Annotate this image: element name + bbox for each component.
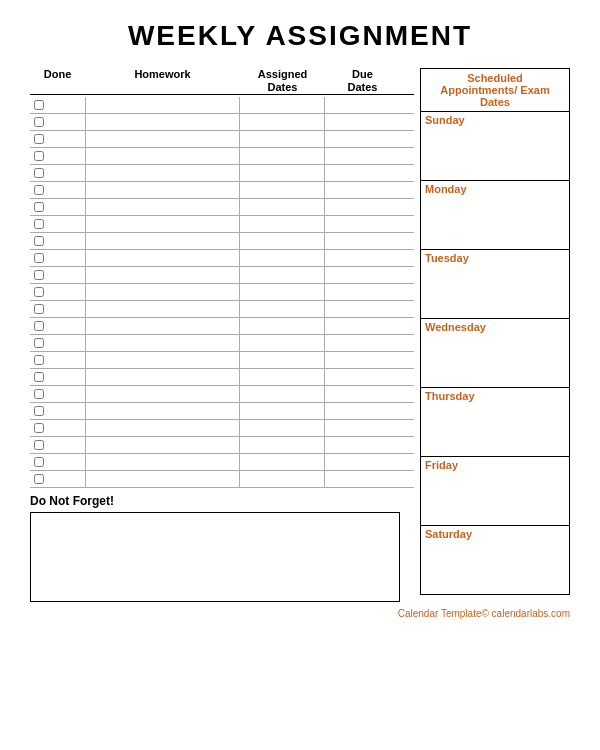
done-checkbox[interactable] [34,389,44,399]
done-checkbox[interactable] [34,355,44,365]
day-label: Friday [421,457,569,473]
header-assigned: AssignedDates [240,68,325,94]
table-row [30,318,414,335]
table-row [30,386,414,403]
table-row [30,471,414,488]
day-label: Thursday [421,388,569,404]
day-label: Tuesday [421,250,569,266]
day-label: Wednesday [421,319,569,335]
done-checkbox[interactable] [34,304,44,314]
done-checkbox[interactable] [34,372,44,382]
table-row [30,369,414,386]
table-row [30,301,414,318]
done-checkbox[interactable] [34,321,44,331]
header-homework: Homework [85,68,240,94]
done-checkbox[interactable] [34,185,44,195]
done-checkbox[interactable] [34,202,44,212]
day-label: Monday [421,181,569,197]
table-row [30,199,414,216]
table-row [30,454,414,471]
table-row [30,335,414,352]
table-row [30,131,414,148]
table-row [30,250,414,267]
table-row [30,403,414,420]
done-checkbox[interactable] [34,100,44,110]
table-row [30,216,414,233]
schedule-header: ScheduledAppointments/ ExamDates [421,69,569,112]
table-row [30,165,414,182]
done-checkbox[interactable] [34,151,44,161]
schedule-day-monday: Monday [421,181,569,250]
done-checkbox[interactable] [34,134,44,144]
day-label: Saturday [421,526,569,542]
schedule-day-thursday: Thursday [421,388,569,457]
table-row [30,420,414,437]
table-row [30,233,414,250]
table-row [30,114,414,131]
do-not-forget-box[interactable] [30,512,400,602]
assignment-rows [30,97,414,488]
table-row [30,352,414,369]
done-checkbox[interactable] [34,219,44,229]
schedule-day-saturday: Saturday [421,526,569,594]
table-row [30,97,414,114]
footer: Calendar Template© calendarlabs.com [30,608,570,619]
done-checkbox[interactable] [34,168,44,178]
done-checkbox[interactable] [34,423,44,433]
table-row [30,437,414,454]
day-label: Sunday [421,112,569,128]
done-checkbox[interactable] [34,117,44,127]
done-checkbox[interactable] [34,270,44,280]
page-title: WEEKLY ASSIGNMENT [30,20,570,52]
table-row [30,267,414,284]
done-checkbox[interactable] [34,457,44,467]
table-row [30,284,414,301]
schedule-section: Sunday Monday Tuesday Wednesday Thursday… [421,112,569,594]
header-done: Done [30,68,85,94]
done-checkbox[interactable] [34,338,44,348]
do-not-forget-label: Do Not Forget! [30,494,414,508]
done-checkbox[interactable] [34,236,44,246]
done-checkbox[interactable] [34,253,44,263]
schedule-day-wednesday: Wednesday [421,319,569,388]
schedule-day-friday: Friday [421,457,569,526]
done-checkbox[interactable] [34,287,44,297]
done-checkbox[interactable] [34,474,44,484]
done-checkbox[interactable] [34,440,44,450]
schedule-day-sunday: Sunday [421,112,569,181]
header-due: DueDates [325,68,400,94]
done-checkbox[interactable] [34,406,44,416]
table-row [30,148,414,165]
schedule-day-tuesday: Tuesday [421,250,569,319]
table-row [30,182,414,199]
